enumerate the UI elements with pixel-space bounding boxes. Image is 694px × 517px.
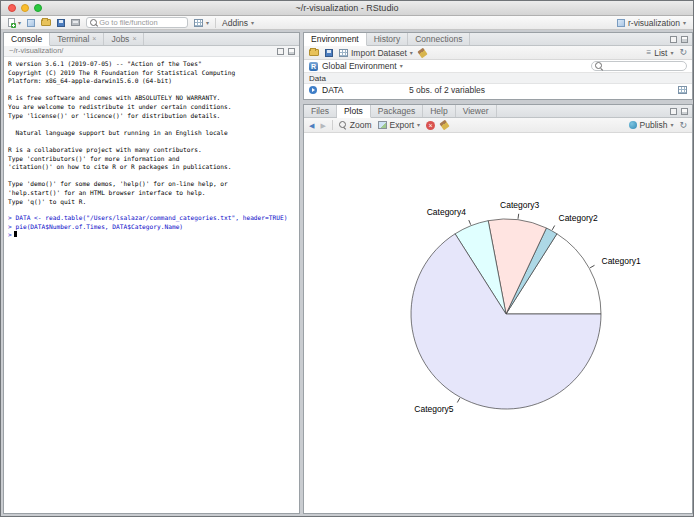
console-tabbar: Console Terminal× Jobs× — [4, 33, 299, 46]
pie-label-tick — [457, 398, 460, 402]
tab-environment[interactable]: Environment — [304, 33, 367, 46]
maximize-pane-icon[interactable] — [681, 108, 688, 115]
clear-environment-button[interactable] — [419, 49, 426, 57]
rstudio-window: ~/r-visualization - RStudio ▾ ▾ Addins▾ … — [0, 0, 694, 517]
project-menu[interactable]: r-visualization▾ — [617, 18, 686, 28]
environment-scope-selector[interactable]: Global Environment▾ — [322, 61, 403, 71]
load-workspace-button[interactable] — [309, 49, 319, 56]
console-pane: Console Terminal× Jobs× ~/r-visualizatio… — [3, 32, 300, 514]
main-toolbar: ▾ ▾ Addins▾ r-visualization▾ — [1, 16, 693, 30]
print-icon — [71, 19, 80, 26]
text-cursor — [14, 231, 17, 237]
console-output-area[interactable]: R version 3.6.1 (2019-07-05) -- "Action … — [4, 57, 299, 243]
environment-search-input[interactable] — [604, 62, 683, 71]
open-file-button[interactable] — [41, 19, 51, 26]
minimize-pane-icon[interactable] — [670, 36, 677, 43]
list-view-label: List — [654, 48, 667, 58]
workspace-panes-button[interactable]: ▾ — [194, 19, 209, 27]
view-data-icon[interactable] — [678, 86, 687, 94]
zoom-plot-button[interactable]: Zoom — [339, 120, 372, 130]
list-view-button[interactable]: ≡List▾ — [647, 48, 674, 58]
scope-label: Global Environment — [322, 61, 397, 71]
close-tab-icon[interactable]: × — [92, 33, 96, 45]
tab-label: Connections — [415, 33, 462, 45]
chevron-down-icon: ▾ — [400, 63, 403, 69]
console-prompt[interactable]: > — [8, 231, 295, 240]
publish-button[interactable]: Publish▾ — [629, 120, 674, 130]
expand-object-icon[interactable] — [309, 86, 317, 94]
maximize-pane-icon[interactable] — [681, 36, 688, 43]
tab-plots[interactable]: Plots — [337, 105, 371, 118]
minimize-window-icon[interactable] — [21, 4, 29, 12]
dataset-table-icon — [339, 49, 348, 57]
new-file-icon — [8, 18, 15, 27]
search-icon — [595, 62, 602, 70]
remove-plot-button[interactable]: × — [426, 121, 435, 130]
save-workspace-button[interactable] — [325, 49, 333, 57]
refresh-plots-button[interactable]: ↻ — [679, 121, 687, 130]
import-dataset-button[interactable]: Import Dataset▾ — [339, 48, 413, 58]
console-startup-text: R version 3.6.1 (2019-07-05) -- "Action … — [8, 60, 295, 206]
chevron-down-icon: ▾ — [670, 122, 673, 128]
save-file-button[interactable] — [57, 19, 65, 27]
tab-jobs[interactable]: Jobs× — [104, 33, 144, 45]
window-controls — [8, 4, 42, 12]
tab-label: Jobs — [111, 33, 129, 45]
plot-area: Category1Category2Category3Category4Cate… — [304, 133, 692, 513]
console-path-bar: ~/r-visualization/ — [4, 46, 299, 57]
previous-plot-button[interactable]: ◀ — [309, 122, 314, 129]
goto-file-input[interactable] — [99, 18, 184, 27]
environment-scope-row: R Global Environment▾ — [304, 60, 692, 73]
tab-label: Help — [430, 105, 447, 117]
console-command: > DATA <- read.table("/Users/lsalazar/co… — [8, 214, 295, 223]
close-tab-icon[interactable]: × — [132, 33, 136, 45]
title-bar: ~/r-visualization - RStudio — [1, 1, 693, 16]
tab-label: Environment — [311, 33, 359, 45]
maximize-pane-icon[interactable] — [288, 48, 295, 55]
environment-toolbar: Import Dataset▾ ≡List▾ ↻ — [304, 46, 692, 60]
zoom-window-icon[interactable] — [34, 4, 42, 12]
minimize-pane-icon[interactable] — [670, 108, 677, 115]
addins-menu[interactable]: Addins▾ — [222, 18, 254, 28]
new-file-button[interactable]: ▾ — [8, 18, 21, 27]
refresh-environment-button[interactable]: ↻ — [679, 48, 687, 57]
pie-label-tick — [552, 226, 555, 230]
refresh-icon: ↻ — [679, 48, 687, 57]
prompt-char: > — [8, 231, 12, 238]
next-plot-button[interactable]: ▶ — [320, 122, 325, 129]
data-section-header: Data — [304, 73, 692, 84]
tab-help[interactable]: Help — [423, 105, 455, 117]
pie-label: Category1 — [602, 256, 641, 266]
chevron-down-icon: ▾ — [417, 122, 420, 128]
tab-viewer[interactable]: Viewer — [456, 105, 497, 117]
magnifier-icon — [339, 121, 347, 129]
environment-object-row[interactable]: DATA 5 obs. of 2 variables — [304, 84, 692, 96]
tab-history[interactable]: History — [367, 33, 408, 45]
project-cube-icon — [617, 19, 625, 27]
console-command: > pie(DATA$Number.of.Times, DATA$Categor… — [8, 223, 295, 232]
tab-packages[interactable]: Packages — [371, 105, 423, 117]
toolbar-divider — [215, 18, 216, 28]
export-plot-button[interactable]: Export▾ — [378, 120, 421, 130]
tab-console[interactable]: Console — [4, 33, 50, 46]
window-title: ~/r-visualization - RStudio — [1, 1, 693, 16]
tab-terminal[interactable]: Terminal× — [50, 33, 104, 45]
project-name-label: r-visualization — [628, 18, 680, 28]
tab-connections[interactable]: Connections — [408, 33, 470, 45]
tab-label: Terminal — [57, 33, 89, 45]
delete-icon: × — [426, 121, 435, 130]
object-summary: 5 obs. of 2 variables — [409, 85, 673, 95]
new-project-button[interactable] — [27, 19, 35, 27]
chevron-down-icon: ▾ — [410, 50, 413, 56]
minimize-pane-icon[interactable] — [277, 48, 284, 55]
plots-toolbar: ◀ ▶ Zoom Export▾ × Publish▾ ↻ — [304, 118, 692, 133]
broom-icon — [417, 47, 427, 58]
plots-tabbar: Files Plots Packages Help Viewer — [304, 105, 692, 118]
goto-file-box — [86, 17, 188, 28]
tab-files[interactable]: Files — [304, 105, 337, 117]
pie-label-tick — [590, 265, 594, 268]
toolbar-divider — [332, 120, 333, 130]
close-window-icon[interactable] — [8, 4, 16, 12]
clear-plots-button[interactable] — [441, 121, 448, 129]
print-button[interactable] — [71, 19, 80, 26]
